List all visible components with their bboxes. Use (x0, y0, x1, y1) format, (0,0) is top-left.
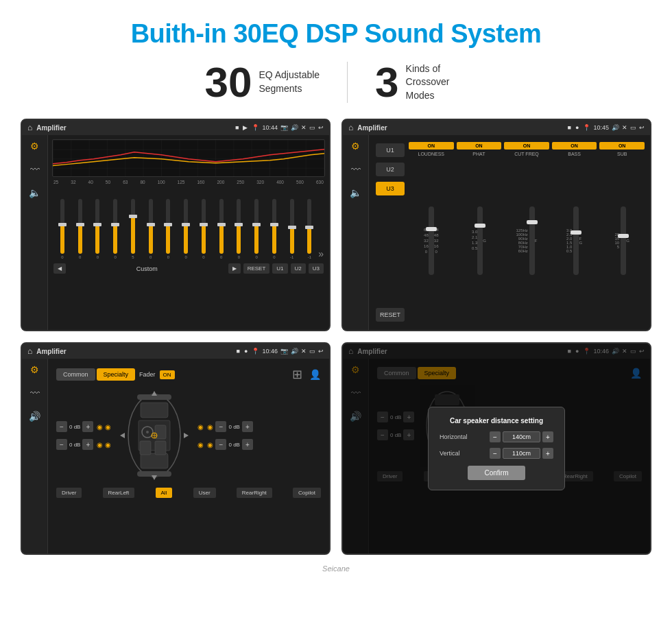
slider-track-1[interactable] (60, 199, 64, 254)
wave-icon-3[interactable]: 〰 (30, 387, 40, 398)
expand-icon[interactable]: » (318, 248, 324, 259)
vol-plus-fl[interactable]: + (82, 421, 93, 432)
copilot-btn[interactable]: Copilot (293, 488, 321, 498)
slider-track-11[interactable] (237, 199, 241, 254)
bass-thumb[interactable] (571, 230, 581, 235)
driver-btn[interactable]: Driver (56, 488, 82, 498)
eq-slider-13: 0 (265, 199, 283, 259)
screen4: ⌂ Amplifier ■ ● 📍 10:46 🔊 ✕ ▭ ↩ ⚙ 〰 🔊 (341, 342, 651, 555)
vol-minus-rl[interactable]: − (56, 439, 67, 450)
user-btn[interactable]: User (193, 488, 216, 498)
slider-val-4: 0 (114, 255, 116, 259)
home-icon[interactable]: ⌂ (27, 123, 32, 132)
home-icon-2[interactable]: ⌂ (348, 123, 353, 132)
slider-track-6[interactable] (149, 199, 153, 254)
slider-track-8[interactable] (184, 199, 188, 254)
slider-track-15[interactable] (307, 199, 311, 254)
slider-track-12[interactable] (254, 199, 259, 254)
home-icon-3[interactable]: ⌂ (27, 346, 32, 356)
horizontal-minus-btn[interactable]: − (490, 431, 501, 442)
reset-btn[interactable]: RESET (243, 263, 270, 274)
vol-plus-fr[interactable]: + (242, 421, 253, 432)
slider-track-14[interactable] (290, 199, 294, 254)
next-btn[interactable]: ▶ (228, 263, 241, 274)
vertical-value[interactable]: 110cm (503, 448, 540, 459)
common-btn[interactable]: Common (56, 368, 95, 381)
sub-toggle[interactable]: ON (599, 142, 645, 150)
bass-toggle[interactable]: ON (552, 142, 597, 150)
slider-fill-15 (307, 229, 311, 254)
vol-minus-rr[interactable]: − (215, 439, 226, 450)
slider-val-5: 5 (132, 255, 134, 259)
cutfreq-toggle[interactable]: ON (504, 142, 549, 150)
slider-track-13[interactable] (272, 199, 276, 254)
close-icon[interactable]: ✕ (301, 124, 307, 131)
svg-point-8 (146, 431, 149, 433)
close-icon-2[interactable]: ✕ (622, 124, 627, 131)
speaker-icon[interactable]: 🔈 (29, 187, 40, 198)
wave-icon-2[interactable]: 〰 (351, 164, 361, 175)
slider-fill-9 (202, 226, 206, 254)
slider-val-15: -1 (308, 255, 311, 259)
loudness-track[interactable] (429, 206, 434, 275)
slider-track-2[interactable] (78, 199, 82, 254)
cutfreq-track[interactable] (529, 206, 535, 275)
back-icon-2[interactable]: ↩ (639, 124, 645, 131)
speaker-icon-3[interactable]: 🔊 (29, 411, 40, 422)
rearright-btn[interactable]: RearRight (237, 488, 272, 498)
volume-icon: 🔊 (291, 124, 298, 131)
play-icon[interactable]: ▶ (243, 124, 248, 131)
close-icon-3[interactable]: ✕ (301, 348, 307, 355)
slider-track-10[interactable] (219, 199, 224, 254)
vol-minus-fl[interactable]: − (56, 421, 67, 432)
slider-track-7[interactable] (166, 199, 170, 254)
slider-track-9[interactable] (202, 199, 206, 254)
back-icon[interactable]: ↩ (318, 124, 324, 131)
u3-btn[interactable]: U3 (309, 263, 324, 274)
reset-btn-2[interactable]: RESET (376, 308, 405, 322)
phat-toggle[interactable]: ON (457, 142, 502, 150)
back-icon-3[interactable]: ↩ (318, 348, 324, 355)
phat-thumb[interactable] (475, 224, 485, 228)
sub-thumb[interactable] (618, 234, 629, 238)
slider-fill-5 (131, 218, 135, 254)
horizontal-value[interactable]: 140cm (503, 431, 540, 442)
slider-track-4[interactable] (113, 199, 117, 254)
fader-toggle[interactable]: ON (160, 370, 175, 379)
bass-track[interactable] (573, 206, 579, 275)
rearleft-btn[interactable]: RearLeft (103, 488, 135, 498)
vertical-plus-btn[interactable]: + (542, 448, 553, 459)
u1-btn[interactable]: U1 (272, 263, 287, 274)
prev-btn[interactable]: ◀ (53, 263, 66, 274)
preset-u1[interactable]: U1 (376, 143, 405, 157)
eq-icon-2[interactable]: ⚙ (351, 141, 360, 152)
specialty-btn[interactable]: Specialty (97, 368, 136, 381)
screen1-content: ⚙ 〰 🔈 (22, 135, 329, 330)
loudness-thumb[interactable] (426, 227, 437, 231)
vol-plus-rr[interactable]: + (242, 439, 253, 450)
u2-btn[interactable]: U2 (291, 263, 306, 274)
cutfreq-thumb[interactable] (527, 220, 538, 224)
confirm-button[interactable]: Confirm (468, 466, 525, 480)
sub-track[interactable] (621, 206, 626, 275)
wave-icon[interactable]: 〰 (30, 164, 40, 175)
slider-track-5[interactable] (131, 199, 135, 254)
speaker-icon-2[interactable]: 🔈 (350, 187, 361, 198)
phat-track[interactable] (477, 206, 483, 275)
speaker-rr2-icon: ◉ (207, 441, 213, 449)
vertical-minus-btn[interactable]: − (490, 448, 501, 459)
screen2: ⌂ Amplifier ■ ● 📍 10:45 🔊 ✕ ▭ ↩ ⚙ 〰 🔈 (341, 119, 651, 331)
all-btn[interactable]: All (156, 488, 173, 498)
loudness-toggle[interactable]: ON (409, 142, 454, 150)
slider-track-3[interactable] (95, 199, 99, 254)
vol-minus-fr[interactable]: − (215, 421, 226, 432)
vol-plus-rl[interactable]: + (82, 439, 93, 450)
preset-u2[interactable]: U2 (376, 163, 405, 176)
eq-icon[interactable]: ⚙ (30, 141, 39, 152)
horizontal-plus-btn[interactable]: + (542, 431, 553, 442)
eq-icon-3[interactable]: ⚙ (30, 364, 39, 375)
preset-u3[interactable]: U3 (376, 182, 405, 195)
record-icon-3: ■ (237, 348, 240, 355)
location-icon-3: 📍 (252, 348, 259, 355)
eq-slider-8: 0 (177, 199, 195, 259)
